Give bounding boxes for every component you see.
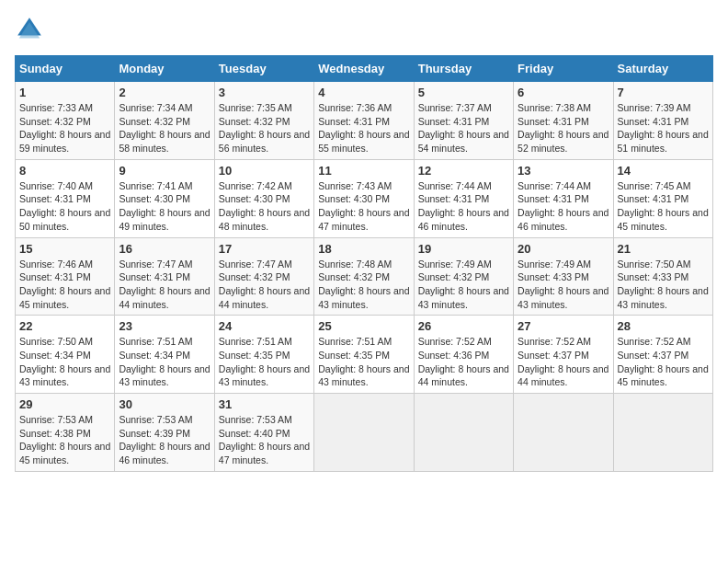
calendar-header-monday: Monday — [115, 56, 214, 82]
calendar-cell: 30 Sunrise: 7:53 AMSunset: 4:39 PMDaylig… — [115, 394, 214, 472]
day-detail: Sunrise: 7:49 AMSunset: 4:32 PMDaylight:… — [418, 259, 509, 310]
calendar-cell: 9 Sunrise: 7:41 AMSunset: 4:30 PMDayligh… — [115, 159, 214, 237]
day-number: 5 — [418, 86, 509, 99]
day-number: 10 — [219, 164, 310, 178]
calendar-cell: 28 Sunrise: 7:52 AMSunset: 4:37 PMDaylig… — [613, 316, 712, 394]
calendar-cell: 2 Sunrise: 7:34 AMSunset: 4:32 PMDayligh… — [115, 82, 214, 160]
calendar-cell: 23 Sunrise: 7:51 AMSunset: 4:34 PMDaylig… — [115, 316, 214, 394]
calendar-cell: 31 Sunrise: 7:53 AMSunset: 4:40 PMDaylig… — [214, 394, 313, 472]
calendar-cell: 24 Sunrise: 7:51 AMSunset: 4:35 PMDaylig… — [214, 316, 313, 394]
calendar-cell: 1 Sunrise: 7:33 AMSunset: 4:32 PMDayligh… — [16, 82, 115, 160]
day-detail: Sunrise: 7:52 AMSunset: 4:36 PMDaylight:… — [418, 336, 509, 387]
calendar-cell — [314, 394, 414, 472]
calendar-header-friday: Friday — [514, 56, 613, 82]
day-number: 24 — [219, 319, 310, 333]
day-detail: Sunrise: 7:51 AMSunset: 4:35 PMDaylight:… — [219, 336, 310, 387]
day-number: 19 — [418, 242, 509, 256]
day-detail: Sunrise: 7:48 AMSunset: 4:32 PMDaylight:… — [318, 259, 409, 310]
calendar-cell: 12 Sunrise: 7:44 AMSunset: 4:31 PMDaylig… — [414, 159, 513, 237]
logo — [15, 15, 48, 44]
calendar-week-row: 29 Sunrise: 7:53 AMSunset: 4:38 PMDaylig… — [16, 394, 713, 472]
calendar-cell: 29 Sunrise: 7:53 AMSunset: 4:38 PMDaylig… — [16, 394, 115, 472]
day-detail: Sunrise: 7:33 AMSunset: 4:32 PMDaylight:… — [19, 102, 110, 154]
day-number: 27 — [518, 319, 609, 333]
day-number: 21 — [618, 242, 709, 256]
calendar-cell: 11 Sunrise: 7:43 AMSunset: 4:30 PMDaylig… — [314, 159, 414, 237]
calendar-cell: 22 Sunrise: 7:50 AMSunset: 4:34 PMDaylig… — [16, 316, 115, 394]
day-detail: Sunrise: 7:52 AMSunset: 4:37 PMDaylight:… — [618, 336, 709, 387]
day-number: 28 — [618, 319, 709, 333]
day-detail: Sunrise: 7:47 AMSunset: 4:32 PMDaylight:… — [219, 259, 310, 310]
day-number: 14 — [618, 164, 709, 178]
calendar-header-saturday: Saturday — [613, 56, 712, 82]
calendar-cell: 5 Sunrise: 7:37 AMSunset: 4:31 PMDayligh… — [414, 82, 513, 160]
calendar-cell: 18 Sunrise: 7:48 AMSunset: 4:32 PMDaylig… — [314, 237, 414, 316]
calendar-cell — [414, 394, 513, 472]
day-number: 13 — [518, 164, 609, 178]
day-detail: Sunrise: 7:49 AMSunset: 4:33 PMDaylight:… — [518, 259, 609, 310]
calendar-cell: 6 Sunrise: 7:38 AMSunset: 4:31 PMDayligh… — [514, 82, 613, 160]
day-detail: Sunrise: 7:37 AMSunset: 4:31 PMDaylight:… — [418, 102, 509, 154]
day-detail: Sunrise: 7:51 AMSunset: 4:35 PMDaylight:… — [318, 336, 409, 387]
day-detail: Sunrise: 7:45 AMSunset: 4:31 PMDaylight:… — [618, 180, 709, 232]
calendar-cell: 15 Sunrise: 7:46 AMSunset: 4:31 PMDaylig… — [16, 237, 115, 316]
day-number: 9 — [119, 164, 210, 178]
day-number: 17 — [219, 242, 310, 256]
day-detail: Sunrise: 7:47 AMSunset: 4:31 PMDaylight:… — [119, 259, 210, 310]
calendar-cell: 4 Sunrise: 7:36 AMSunset: 4:31 PMDayligh… — [314, 82, 414, 160]
day-detail: Sunrise: 7:53 AMSunset: 4:40 PMDaylight:… — [219, 414, 310, 465]
calendar-cell: 10 Sunrise: 7:42 AMSunset: 4:30 PMDaylig… — [214, 159, 313, 237]
calendar-cell: 13 Sunrise: 7:44 AMSunset: 4:31 PMDaylig… — [514, 159, 613, 237]
calendar-week-row: 22 Sunrise: 7:50 AMSunset: 4:34 PMDaylig… — [16, 316, 713, 394]
day-detail: Sunrise: 7:50 AMSunset: 4:34 PMDaylight:… — [19, 336, 110, 387]
calendar-header-thursday: Thursday — [414, 56, 513, 82]
calendar-header-row: SundayMondayTuesdayWednesdayThursdayFrid… — [16, 56, 713, 82]
day-detail: Sunrise: 7:36 AMSunset: 4:31 PMDaylight:… — [318, 102, 409, 154]
calendar-cell: 8 Sunrise: 7:40 AMSunset: 4:31 PMDayligh… — [16, 159, 115, 237]
header — [15, 15, 713, 44]
day-number: 26 — [418, 319, 509, 333]
day-detail: Sunrise: 7:53 AMSunset: 4:39 PMDaylight:… — [119, 414, 210, 465]
calendar-cell: 17 Sunrise: 7:47 AMSunset: 4:32 PMDaylig… — [214, 237, 313, 316]
calendar-cell: 14 Sunrise: 7:45 AMSunset: 4:31 PMDaylig… — [613, 159, 712, 237]
calendar-cell: 3 Sunrise: 7:35 AMSunset: 4:32 PMDayligh… — [214, 82, 313, 160]
day-detail: Sunrise: 7:35 AMSunset: 4:32 PMDaylight:… — [219, 102, 310, 154]
day-number: 18 — [318, 242, 409, 256]
day-detail: Sunrise: 7:44 AMSunset: 4:31 PMDaylight:… — [418, 180, 509, 232]
calendar-table: SundayMondayTuesdayWednesdayThursdayFrid… — [15, 55, 713, 472]
day-number: 6 — [518, 86, 609, 99]
day-number: 22 — [19, 319, 110, 333]
calendar-cell: 16 Sunrise: 7:47 AMSunset: 4:31 PMDaylig… — [115, 237, 214, 316]
day-number: 23 — [119, 319, 210, 333]
calendar-header-wednesday: Wednesday — [314, 56, 414, 82]
calendar-cell: 7 Sunrise: 7:39 AMSunset: 4:31 PMDayligh… — [613, 82, 712, 160]
day-detail: Sunrise: 7:41 AMSunset: 4:30 PMDaylight:… — [119, 180, 210, 232]
day-detail: Sunrise: 7:34 AMSunset: 4:32 PMDaylight:… — [119, 102, 210, 154]
day-number: 30 — [119, 397, 210, 411]
day-number: 29 — [19, 397, 110, 411]
calendar-week-row: 15 Sunrise: 7:46 AMSunset: 4:31 PMDaylig… — [16, 237, 713, 316]
day-detail: Sunrise: 7:52 AMSunset: 4:37 PMDaylight:… — [518, 336, 609, 387]
day-number: 8 — [19, 164, 110, 178]
calendar-week-row: 1 Sunrise: 7:33 AMSunset: 4:32 PMDayligh… — [16, 82, 713, 160]
calendar-cell: 21 Sunrise: 7:50 AMSunset: 4:33 PMDaylig… — [613, 237, 712, 316]
calendar-cell — [514, 394, 613, 472]
day-detail: Sunrise: 7:43 AMSunset: 4:30 PMDaylight:… — [318, 180, 409, 232]
day-number: 2 — [119, 86, 210, 99]
day-number: 1 — [19, 86, 110, 99]
calendar-cell: 19 Sunrise: 7:49 AMSunset: 4:32 PMDaylig… — [414, 237, 513, 316]
day-number: 20 — [518, 242, 609, 256]
day-number: 11 — [318, 164, 409, 178]
logo-icon — [15, 15, 44, 44]
day-detail: Sunrise: 7:38 AMSunset: 4:31 PMDaylight:… — [518, 102, 609, 154]
calendar-cell: 26 Sunrise: 7:52 AMSunset: 4:36 PMDaylig… — [414, 316, 513, 394]
calendar-cell: 20 Sunrise: 7:49 AMSunset: 4:33 PMDaylig… — [514, 237, 613, 316]
day-number: 12 — [418, 164, 509, 178]
calendar-header-sunday: Sunday — [16, 56, 115, 82]
day-detail: Sunrise: 7:50 AMSunset: 4:33 PMDaylight:… — [618, 259, 709, 310]
day-number: 7 — [618, 86, 709, 99]
day-detail: Sunrise: 7:39 AMSunset: 4:31 PMDaylight:… — [618, 102, 709, 154]
day-number: 4 — [318, 86, 409, 99]
day-number: 31 — [219, 397, 310, 411]
day-detail: Sunrise: 7:40 AMSunset: 4:31 PMDaylight:… — [19, 180, 110, 232]
